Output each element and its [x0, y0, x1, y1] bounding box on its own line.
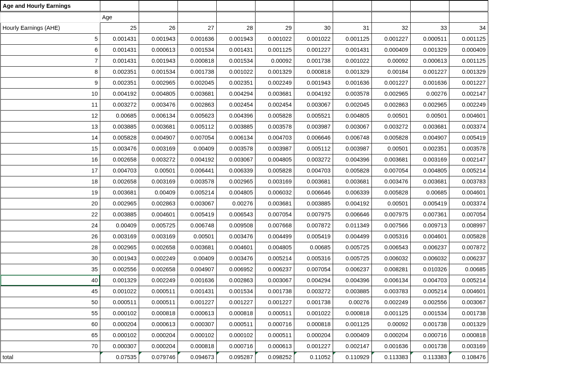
data-cell[interactable]: 0.001534 — [410, 308, 449, 319]
data-cell[interactable]: 0.000613 — [139, 44, 178, 55]
data-cell[interactable]: 0.002249 — [449, 99, 488, 110]
earnings-label[interactable]: 12 — [0, 110, 100, 121]
data-cell[interactable]: 0.004805 — [255, 154, 294, 165]
data-cell[interactable]: 0.001431 — [100, 55, 139, 66]
data-cell[interactable]: 0.001022 — [294, 33, 333, 44]
data-cell[interactable]: 0.006032 — [255, 187, 294, 198]
data-cell[interactable]: 0.005419 — [294, 231, 333, 242]
earnings-label[interactable]: 9 — [0, 77, 100, 88]
earnings-label[interactable]: 60 — [0, 319, 100, 330]
data-cell[interactable]: 0.004601 — [449, 110, 488, 121]
data-cell[interactable]: 0.006441 — [178, 165, 216, 176]
data-cell[interactable]: 0.000818 — [333, 308, 371, 319]
data-cell[interactable]: 0.001431 — [333, 44, 371, 55]
data-cell[interactable]: 0.003476 — [216, 253, 255, 264]
data-cell[interactable]: 0.003476 — [100, 143, 139, 154]
data-cell[interactable]: 0.006032 — [410, 253, 449, 264]
data-cell[interactable]: 0.005112 — [178, 121, 216, 132]
data-cell[interactable]: 0.009508 — [216, 220, 255, 231]
data-cell[interactable]: 0.005214 — [178, 187, 216, 198]
data-cell[interactable]: 0.008281 — [371, 264, 410, 275]
data-cell[interactable]: 0.000102 — [100, 330, 139, 341]
data-cell[interactable]: 0.005828 — [333, 165, 371, 176]
data-cell[interactable]: 0.006646 — [294, 132, 333, 143]
data-cell[interactable]: 0.000818 — [178, 341, 216, 352]
data-cell[interactable]: 0.005725 — [333, 242, 371, 253]
data-cell[interactable]: 0.003885 — [100, 121, 139, 132]
data-cell[interactable]: 0.002965 — [216, 176, 255, 187]
data-cell[interactable]: 0.006748 — [178, 220, 216, 231]
earnings-label[interactable]: 15 — [0, 143, 100, 154]
earnings-label[interactable]: 50 — [0, 297, 100, 308]
data-cell[interactable]: 0.003885 — [100, 209, 139, 220]
data-cell[interactable]: 0.000204 — [371, 330, 410, 341]
data-cell[interactable]: 0.008997 — [449, 220, 488, 231]
data-cell[interactable]: 0.002556 — [410, 297, 449, 308]
data-cell[interactable]: 0.001125 — [333, 33, 371, 44]
data-cell[interactable]: 0.003169 — [449, 341, 488, 352]
data-cell[interactable]: 0.003272 — [294, 286, 333, 297]
data-cell[interactable]: 0.003681 — [178, 88, 216, 99]
data-cell[interactable]: 0.001431 — [216, 44, 255, 55]
data-cell[interactable]: 0.002249 — [139, 253, 178, 264]
data-cell[interactable]: 0.005214 — [255, 253, 294, 264]
earnings-label[interactable]: 70 — [0, 341, 100, 352]
data-cell[interactable]: 0.002249 — [139, 275, 178, 286]
data-cell[interactable]: 0.001022 — [100, 286, 139, 297]
data-cell[interactable]: 0.001022 — [294, 308, 333, 319]
data-cell[interactable]: 0.003067 — [216, 154, 255, 165]
data-cell[interactable]: 0.003783 — [449, 176, 488, 187]
data-cell[interactable]: 0.005828 — [371, 187, 410, 198]
data-cell[interactable]: 0.001227 — [294, 341, 333, 352]
data-cell[interactable]: 0.003272 — [371, 121, 410, 132]
data-cell[interactable]: 0.001227 — [371, 33, 410, 44]
data-cell[interactable]: 0.000511 — [410, 33, 449, 44]
data-cell[interactable]: 0.002147 — [449, 154, 488, 165]
data-cell[interactable]: 0.001227 — [449, 77, 488, 88]
data-cell[interactable]: 0.001431 — [100, 44, 139, 55]
data-cell[interactable]: 0.003374 — [449, 121, 488, 132]
data-cell[interactable]: 0.002965 — [100, 198, 139, 209]
data-cell[interactable]: 0.001227 — [255, 297, 294, 308]
data-cell[interactable]: 0.00276 — [216, 198, 255, 209]
earnings-label[interactable]: 20 — [0, 198, 100, 209]
data-cell[interactable]: 0.002863 — [216, 275, 255, 286]
earnings-label[interactable]: 17 — [0, 165, 100, 176]
data-cell[interactable]: 0.002658 — [139, 242, 178, 253]
data-cell[interactable]: 0.002863 — [371, 99, 410, 110]
data-cell[interactable]: 0.001636 — [371, 341, 410, 352]
data-cell[interactable]: 0.00409 — [100, 220, 139, 231]
data-cell[interactable]: 0.00685 — [100, 110, 139, 121]
data-cell[interactable]: 0.006646 — [294, 187, 333, 198]
data-cell[interactable]: 0.006237 — [449, 253, 488, 264]
data-cell[interactable]: 0.000818 — [449, 330, 488, 341]
data-cell[interactable]: 0.000818 — [216, 308, 255, 319]
data-cell[interactable]: 0.002658 — [100, 176, 139, 187]
data-cell[interactable]: 0.003885 — [294, 198, 333, 209]
earnings-label[interactable]: 26 — [0, 231, 100, 242]
data-cell[interactable]: 0.00501 — [371, 198, 410, 209]
data-cell[interactable]: 0.002147 — [333, 341, 371, 352]
data-cell[interactable]: 0.000307 — [178, 319, 216, 330]
data-cell[interactable]: 0.001022 — [216, 66, 255, 77]
data-cell[interactable]: 0.001125 — [333, 319, 371, 330]
data-cell[interactable]: 0.003169 — [139, 176, 178, 187]
data-cell[interactable]: 0.000409 — [371, 44, 410, 55]
data-cell[interactable]: 0.001636 — [178, 33, 216, 44]
data-cell[interactable]: 0.010326 — [410, 264, 449, 275]
data-cell[interactable]: 0.007054 — [371, 165, 410, 176]
data-cell[interactable]: 0.005725 — [139, 220, 178, 231]
data-cell[interactable]: 0.002454 — [255, 99, 294, 110]
data-cell[interactable]: 0.007872 — [294, 220, 333, 231]
data-cell[interactable]: 0.001227 — [294, 44, 333, 55]
earnings-label[interactable]: 16 — [0, 154, 100, 165]
data-cell[interactable]: 0.003578 — [333, 88, 371, 99]
data-cell[interactable]: 0.001329 — [255, 66, 294, 77]
data-cell[interactable]: 0.00409 — [139, 187, 178, 198]
data-cell[interactable]: 0.001329 — [449, 319, 488, 330]
data-cell[interactable]: 0.002249 — [255, 77, 294, 88]
data-cell[interactable]: 0.005419 — [410, 198, 449, 209]
earnings-label[interactable]: 35 — [0, 264, 100, 275]
data-cell[interactable]: 0.000511 — [255, 330, 294, 341]
data-cell[interactable]: 0.00685 — [449, 264, 488, 275]
